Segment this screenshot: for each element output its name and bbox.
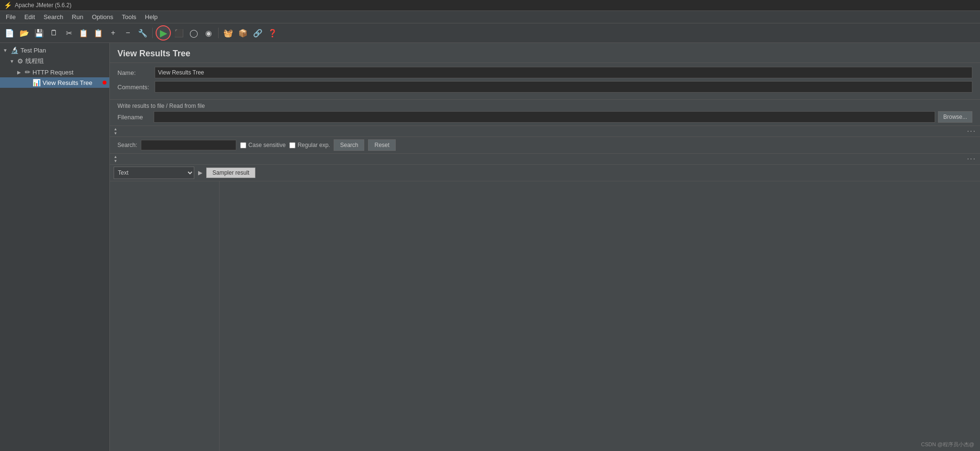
toolbar-separator-1: [152, 28, 153, 38]
toolbar-btn-5[interactable]: 📋: [77, 26, 90, 40]
toolbar-btn-extra-1[interactable]: 📦: [236, 26, 250, 40]
name-section: Name: Comments:: [110, 63, 980, 100]
drag-handle[interactable]: ▶: [198, 169, 202, 176]
toolbar: 📄📂💾🗒✂📋📋+−🔧▶⬛◯◉🧺📦🔗❓: [0, 23, 980, 43]
main-layout: ▼ 🔬 Test Plan ▼ ⚙ 线程组 ▶ ✏ HTTP Request 📊…: [0, 43, 980, 451]
comments-row: Comments:: [117, 81, 972, 93]
sidebar: ▼ 🔬 Test Plan ▼ ⚙ 线程组 ▶ ✏ HTTP Request 📊…: [0, 43, 110, 451]
toolbar-btn-extra-2[interactable]: 🔗: [251, 26, 264, 40]
sidebar-item-thread-group[interactable]: ▼ ⚙ 线程组: [0, 55, 109, 67]
scroll-controls-1: ▲ ▼ ···: [110, 126, 980, 137]
search-bar: Search: Case sensitive Regular exp. Sear…: [110, 137, 980, 154]
label-test-plan: Test Plan: [21, 47, 106, 54]
toolbar-btn-1[interactable]: 📂: [18, 26, 31, 40]
regular-exp-checkbox[interactable]: [289, 142, 295, 148]
name-row: Name:: [117, 67, 972, 78]
toolbar-btn-2[interactable]: 💾: [32, 26, 46, 40]
toolbar-btn-4[interactable]: ✂: [62, 26, 75, 40]
title-bar: ⚡ Apache JMeter (5.6.2): [0, 0, 980, 11]
view-format-select[interactable]: TextRegExp TesterCSS/JQuery TesterXPath …: [114, 167, 194, 179]
results-main: [110, 181, 980, 451]
label-view-results-tree: View Results Tree: [42, 79, 99, 86]
reset-button[interactable]: Reset: [368, 139, 395, 151]
toolbar-btn-extra-0[interactable]: 🧺: [221, 26, 235, 40]
up-down-arrows-2[interactable]: ▲ ▼: [114, 155, 117, 163]
name-label: Name:: [117, 69, 151, 76]
file-section-header: Write results to file / Read from file: [117, 103, 972, 109]
icon-view-results-tree: 📊: [32, 79, 41, 86]
regular-exp-label[interactable]: Regular exp.: [289, 142, 330, 148]
sidebar-item-http-request[interactable]: ▶ ✏ HTTP Request: [0, 67, 109, 77]
sampler-result-tab[interactable]: Sampler result: [206, 168, 255, 178]
filename-label: Filename: [117, 114, 151, 121]
comments-input[interactable]: [155, 81, 972, 93]
menu-item-tools[interactable]: Tools: [118, 12, 140, 22]
menu-item-edit[interactable]: Edit: [21, 12, 39, 22]
name-input[interactable]: [155, 67, 972, 78]
run-button[interactable]: ▶: [156, 25, 171, 41]
results-list: [110, 181, 220, 451]
browse-button[interactable]: Browse...: [938, 111, 972, 123]
search-input[interactable]: [141, 140, 236, 150]
red-dot: [103, 81, 106, 84]
menu-item-help[interactable]: Help: [141, 12, 162, 22]
more-menu-2[interactable]: ···: [967, 155, 976, 163]
arrow-http-request: ▶: [17, 70, 23, 75]
toolbar-btn-6[interactable]: 📋: [92, 26, 105, 40]
toolbar-btn-extra-3[interactable]: ❓: [266, 26, 279, 40]
app-title: Apache JMeter (5.6.2): [15, 2, 72, 9]
menu-item-file[interactable]: File: [2, 12, 20, 22]
toolbar-btn-stop-1[interactable]: ◯: [187, 26, 200, 40]
file-section: Write results to file / Read from file F…: [110, 100, 980, 126]
menu-bar: FileEditSearchRunOptionsToolsHelp: [0, 11, 980, 23]
toolbar-btn-stop-2[interactable]: ◉: [202, 26, 215, 40]
up-down-arrows-1[interactable]: ▲ ▼: [114, 127, 117, 136]
search-button[interactable]: Search: [334, 139, 364, 151]
icon-thread-group: ⚙: [17, 57, 23, 65]
sidebar-item-view-results-tree[interactable]: 📊 View Results Tree: [0, 77, 109, 88]
label-thread-group: 线程组: [25, 57, 106, 65]
more-menu-1[interactable]: ···: [967, 127, 976, 136]
toolbar-btn-0[interactable]: 📄: [3, 26, 16, 40]
menu-item-run[interactable]: Run: [68, 12, 87, 22]
icon-http-request: ✏: [25, 68, 31, 76]
watermark: CSDN @程序员小杰@: [921, 441, 974, 448]
arrow-thread-group: ▼: [10, 59, 15, 64]
results-detail: [220, 181, 980, 451]
icon-test-plan: 🔬: [11, 46, 19, 54]
toolbar-btn-8[interactable]: −: [121, 26, 135, 40]
case-sensitive-label[interactable]: Case sensitive: [240, 142, 285, 148]
panel-title: View Results Tree: [110, 43, 980, 63]
toolbar-btn-9[interactable]: 🔧: [136, 26, 149, 40]
scroll-controls-2: ▲ ▼ ···: [110, 154, 980, 165]
arrow-test-plan: ▼: [3, 48, 9, 53]
menu-item-search[interactable]: Search: [40, 12, 67, 22]
results-area: ▲ ▼ ··· TextRegExp TesterCSS/JQuery Test…: [110, 154, 980, 451]
toolbar-btn-stop-0[interactable]: ⬛: [172, 26, 186, 40]
label-http-request: HTTP Request: [32, 69, 106, 76]
content-area: View Results Tree Name: Comments: Write …: [110, 43, 980, 451]
comments-label: Comments:: [117, 84, 151, 91]
search-label: Search:: [117, 142, 137, 148]
filename-row: Filename Browse...: [117, 111, 972, 123]
menu-item-options[interactable]: Options: [88, 12, 117, 22]
title-icon: ⚡: [4, 1, 12, 9]
toolbar-btn-3[interactable]: 🗒: [47, 26, 61, 40]
sidebar-item-test-plan[interactable]: ▼ 🔬 Test Plan: [0, 45, 109, 55]
case-sensitive-checkbox[interactable]: [240, 142, 246, 148]
toolbar-separator-2: [218, 28, 219, 38]
results-toolbar: TextRegExp TesterCSS/JQuery TesterXPath …: [110, 165, 980, 181]
toolbar-btn-7[interactable]: +: [106, 26, 120, 40]
filename-input[interactable]: [154, 111, 935, 123]
